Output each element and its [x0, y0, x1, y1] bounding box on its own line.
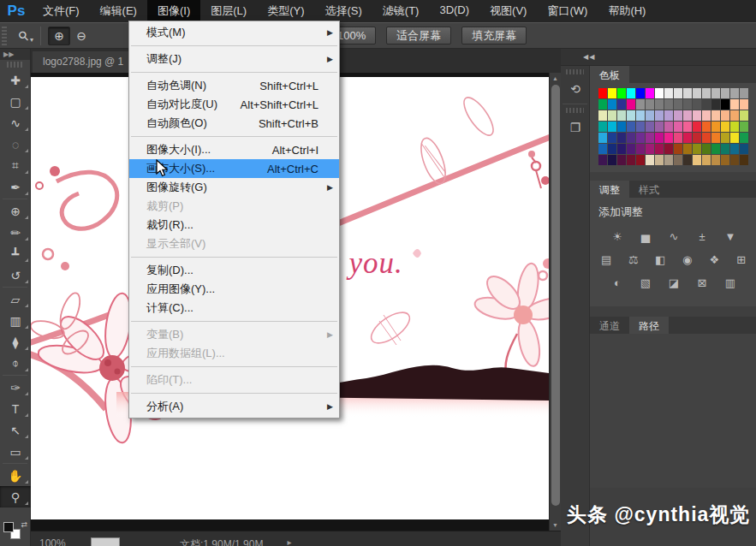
menubar-item-T[interactable]: 滤镜(T): [372, 0, 430, 24]
swatch-5-3[interactable]: [627, 144, 635, 154]
menubar-item-3DD[interactable]: 3D(D): [429, 0, 479, 24]
swatch-1-10[interactable]: [693, 99, 701, 110]
swatch-0-10[interactable]: [693, 88, 701, 98]
swatch-6-6[interactable]: [655, 155, 664, 165]
status-zoom-level[interactable]: 100%: [39, 537, 91, 546]
swatch-0-13[interactable]: [721, 88, 729, 98]
gradient-tool[interactable]: ▥: [0, 310, 31, 331]
channel-mixer-icon[interactable]: ❖: [705, 252, 724, 268]
crop-tool[interactable]: ⌗: [0, 155, 31, 176]
swatch-4-10[interactable]: [693, 133, 701, 143]
swatch-2-12[interactable]: [711, 110, 720, 121]
menu-item-12[interactable]: 裁切(R)...: [129, 216, 339, 234]
swatch-3-5[interactable]: [646, 122, 654, 132]
menu-item-4[interactable]: 自动色调(N)Shift+Ctrl+L: [129, 76, 339, 95]
swatch-0-3[interactable]: [627, 88, 635, 98]
swatch-2-11[interactable]: [702, 110, 711, 121]
menu-item-10[interactable]: 图像旋转(G)▶: [129, 178, 339, 197]
swatch-5-4[interactable]: [636, 144, 645, 154]
swatch-3-6[interactable]: [655, 122, 664, 132]
exposure-icon[interactable]: ±: [692, 228, 712, 245]
swatch-6-3[interactable]: [627, 155, 635, 165]
tab-adjustments[interactable]: 调整: [590, 181, 629, 198]
tab-styles[interactable]: 样式: [629, 181, 669, 198]
blur-tool[interactable]: ⧫: [0, 331, 31, 353]
layer-comps-panel-icon[interactable]: ⟲: [561, 78, 590, 100]
menubar-item-H[interactable]: 帮助(H): [598, 0, 656, 24]
swatch-3-3[interactable]: [627, 122, 635, 132]
swatch-1-2[interactable]: [617, 99, 626, 110]
swatch-3-14[interactable]: [730, 122, 739, 132]
menu-item-17[interactable]: 计算(C)...: [129, 299, 339, 318]
lasso-tool[interactable]: ∿: [0, 112, 31, 134]
swatch-4-13[interactable]: [721, 133, 729, 143]
invert-icon[interactable]: ◐: [607, 275, 628, 291]
fill-screen-button[interactable]: 填充屏幕: [461, 27, 527, 45]
move-tool[interactable]: ✚: [0, 69, 31, 91]
swatch-3-15[interactable]: [740, 122, 748, 132]
swatch-0-2[interactable]: [617, 88, 626, 98]
3d-panel-icon[interactable]: ❐: [561, 116, 590, 139]
hue-saturation-icon[interactable]: ▤: [597, 252, 616, 268]
swatch-4-11[interactable]: [702, 133, 711, 143]
swatch-6-11[interactable]: [702, 155, 711, 165]
swatch-4-3[interactable]: [627, 133, 635, 143]
swatch-4-0[interactable]: [598, 133, 607, 143]
history-brush-tool[interactable]: ↺: [0, 264, 31, 286]
swatch-1-11[interactable]: [702, 99, 711, 110]
swatch-0-5[interactable]: [646, 88, 654, 98]
foreground-color-chip[interactable]: [3, 522, 14, 532]
brightness-contrast-icon[interactable]: ☀: [607, 228, 628, 245]
menubar-item-F[interactable]: 文件(F): [33, 0, 90, 24]
tab-channels[interactable]: 通道: [590, 317, 629, 334]
swatch-0-4[interactable]: [636, 88, 645, 98]
swatch-4-4[interactable]: [636, 133, 645, 143]
fit-screen-button[interactable]: 适合屏幕: [386, 27, 451, 45]
swatch-5-11[interactable]: [702, 144, 711, 154]
eraser-tool[interactable]: ▱: [0, 288, 31, 310]
swatch-5-14[interactable]: [730, 144, 739, 154]
pen-tool[interactable]: ✑: [0, 377, 31, 398]
collapse-panels-button[interactable]: ◀◀: [561, 49, 756, 66]
vibrance-icon[interactable]: ▼: [720, 228, 741, 245]
marquee-tool[interactable]: ▢: [0, 91, 31, 112]
scrollbar-thumb[interactable]: [551, 85, 560, 506]
swatch-2-13[interactable]: [721, 110, 729, 121]
swatch-1-9[interactable]: [683, 99, 692, 110]
swatch-6-9[interactable]: [683, 155, 692, 165]
swatch-6-13[interactable]: [721, 155, 729, 165]
swatch-6-14[interactable]: [730, 155, 739, 165]
hand-tool[interactable]: ✋: [0, 465, 31, 486]
swatch-3-9[interactable]: [683, 122, 692, 132]
swatch-0-14[interactable]: [730, 88, 739, 98]
swatch-2-7[interactable]: [664, 110, 673, 121]
swatch-0-12[interactable]: [711, 88, 720, 98]
swatch-3-8[interactable]: [674, 122, 682, 132]
swatch-3-2[interactable]: [617, 122, 626, 132]
swatch-1-6[interactable]: [655, 99, 664, 110]
menu-item-2[interactable]: 调整(J)▶: [129, 50, 339, 68]
eyedropper-tool[interactable]: ✒: [0, 176, 31, 198]
swatch-6-8[interactable]: [674, 155, 682, 165]
menu-item-16[interactable]: 应用图像(Y)...: [129, 280, 339, 299]
swatch-5-13[interactable]: [721, 144, 729, 154]
swatch-4-7[interactable]: [664, 133, 673, 143]
spot-healing-tool[interactable]: ⊕: [0, 200, 31, 222]
swatch-4-1[interactable]: [608, 133, 616, 143]
swatch-1-15[interactable]: [740, 99, 748, 110]
gradient-map-icon[interactable]: ▥: [720, 275, 741, 291]
swatch-6-5[interactable]: [646, 155, 654, 165]
swatch-3-10[interactable]: [693, 122, 701, 132]
swatch-2-14[interactable]: [730, 110, 739, 121]
swatch-5-5[interactable]: [646, 144, 654, 154]
swatch-2-15[interactable]: [740, 110, 748, 121]
swatch-3-1[interactable]: [608, 122, 616, 132]
swatch-5-2[interactable]: [617, 144, 626, 154]
posterize-icon[interactable]: ▧: [635, 275, 656, 291]
swatch-5-10[interactable]: [693, 144, 701, 154]
swatch-2-9[interactable]: [683, 110, 692, 121]
swatch-0-6[interactable]: [655, 88, 664, 98]
swatch-1-7[interactable]: [664, 99, 673, 110]
swatch-5-7[interactable]: [664, 144, 673, 154]
swatch-6-7[interactable]: [664, 155, 673, 165]
